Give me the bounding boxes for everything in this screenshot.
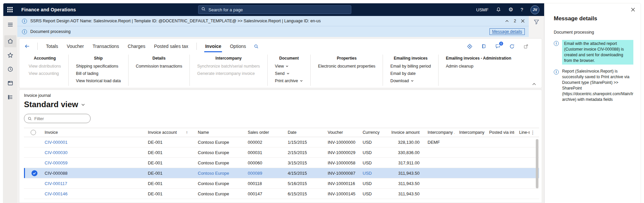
column-header-currency[interactable]: Currency (358, 130, 385, 135)
ribbon-group-intercompany: IntercompanySynchronize batch/serial num… (190, 55, 267, 86)
date-cell: 1/15/2015 (283, 137, 323, 147)
left-navigation-rail (3, 16, 17, 203)
ribbon-item-email-by-date[interactable]: Email by date (390, 71, 431, 76)
ribbon-item-send[interactable]: Send (275, 71, 303, 76)
column-header-intercompany-[interactable]: Intercompany ... (455, 130, 484, 135)
ribbon-group-ship: ShipShipping specificationsBill of ladin… (69, 55, 129, 86)
column-header-posted-via-inte-[interactable]: Posted via inte... (484, 130, 514, 135)
ribbon-item-admin-cleanup[interactable]: Admin cleanup (446, 64, 511, 69)
ribbon-item-email-by-billing-period[interactable]: Email by billing period (390, 64, 431, 69)
back-arrow-icon[interactable] (24, 43, 30, 49)
ribbon-group-title: Ship (76, 56, 121, 61)
ribbon-item-view-historical-load-data[interactable]: View historical load data (76, 79, 121, 83)
sidebar-item-modules-icon[interactable] (4, 91, 16, 103)
ribbon-item-download[interactable]: Download (390, 79, 431, 83)
search-input[interactable] (208, 7, 348, 12)
table-row[interactable]: CIV-000001DE-001Contoso Europe0000021/15… (24, 137, 539, 147)
name-cell: Contoso Europe (193, 137, 243, 147)
ribbon-item-electronic-document-properties[interactable]: Electronic document properties (318, 64, 375, 69)
global-search[interactable] (198, 5, 351, 14)
view-selector[interactable]: Standard view (24, 98, 85, 111)
power-apps-icon[interactable] (467, 44, 473, 49)
chevron-down-icon (81, 102, 85, 107)
column-header-line-specific-[interactable]: Line-specific ... (514, 130, 530, 135)
tab-posted-sales-tax[interactable]: Posted sales tax (150, 39, 193, 54)
column-header-invoice[interactable]: Invoice (40, 130, 143, 135)
ribbon-item-commission-transactions[interactable]: Commission transactions (136, 64, 182, 69)
invoice-link: CIV-000146 (40, 189, 143, 199)
settings-gear-icon[interactable]: ⚙ (508, 7, 513, 12)
column-header-invoice-amount[interactable]: Invoice amount (385, 130, 423, 135)
tab-voucher[interactable]: Voucher (63, 39, 88, 54)
collapse-action-pane-chevron-icon[interactable] (532, 82, 536, 87)
help-icon[interactable]: ? (520, 7, 523, 12)
filter-funnel-icon[interactable] (533, 19, 539, 37)
ribbon-group-emailing-invoices-administration: Emailing invoices - AdministrationAdmin … (439, 55, 518, 86)
invoice-grid: InvoiceInvoice account↑NameSales orderDa… (24, 128, 539, 199)
table-row[interactable]: CIV-000030DE-001Contoso Europe0000312/15… (24, 147, 539, 158)
column-header-date[interactable]: Date (283, 130, 323, 135)
invoice-link: CIV-000001 (40, 137, 143, 147)
invoice-account-cell: DE-001 (143, 147, 193, 157)
table-row[interactable]: CIV-000146DE-001Contoso Europe0001476/15… (24, 189, 539, 199)
refresh-icon[interactable] (509, 44, 515, 49)
sidebar-item-recent-clock-icon[interactable] (4, 63, 16, 75)
tab-charges[interactable]: Charges (124, 39, 150, 54)
table-row[interactable]: CIV-000117DE-001Contoso Europe0001185/16… (24, 178, 539, 189)
name-cell: Contoso Europe (193, 168, 243, 178)
company-selector[interactable]: USMF (476, 7, 488, 12)
action-pane: TotalsVoucherTransactionsChargesPosted s… (19, 38, 542, 88)
message-item: iReport (SalesInvoice.Report) is success… (554, 69, 633, 102)
notifications-bell-icon[interactable] (496, 7, 501, 12)
hamburger-menu-icon[interactable] (4, 19, 16, 31)
tab-transactions[interactable]: Transactions (88, 39, 124, 54)
panel-subtitle: Document processing (554, 30, 633, 35)
ribbon-group-title: Accounting (29, 56, 61, 61)
sidebar-item-home[interactable] (4, 35, 16, 47)
view-name: Standard view (24, 100, 78, 109)
app-launcher-icon[interactable] (3, 3, 17, 16)
close-panel-icon[interactable] (631, 7, 635, 12)
ribbon-item-print-archive[interactable]: Print archive (275, 79, 303, 83)
voucher-cell: INV-10000058 (323, 158, 358, 168)
column-header-invoice-account[interactable]: Invoice account↑ (143, 130, 193, 135)
office-app-icon[interactable] (481, 44, 486, 49)
actions-search-icon[interactable] (254, 44, 259, 49)
column-header-intercompany-[interactable]: Intercompany ... (423, 130, 455, 135)
collapse-banner-chevron-icon[interactable] (505, 19, 509, 23)
invoice-amount-cell: 311,943.50 (385, 178, 423, 188)
invoice-link: CIV-000059 (40, 158, 143, 168)
tab-options[interactable]: Options (225, 39, 250, 54)
table-row[interactable]: CIV-000088DE-001Contoso Europe0000894/15… (24, 168, 539, 178)
vertical-scrollbar[interactable] (536, 139, 538, 188)
sidebar-item-workspaces-icon[interactable] (4, 77, 16, 89)
ribbon-item-view[interactable]: View (275, 64, 303, 69)
ribbon-item-shipping-specifications[interactable]: Shipping specifications (76, 64, 121, 69)
tab-totals[interactable]: Totals (42, 39, 63, 54)
grid-filter[interactable] (24, 114, 91, 123)
close-banner-icon[interactable] (521, 19, 525, 23)
column-header-sales-order[interactable]: Sales order (243, 130, 283, 135)
invoice-account-cell: DE-001 (143, 137, 193, 147)
column-header-name[interactable]: Name (193, 130, 243, 135)
sort-ascending-icon: ↑ (186, 130, 193, 135)
row-selected-check-icon[interactable] (31, 170, 38, 176)
ribbon-item-bill-of-lading[interactable]: Bill of lading (76, 71, 121, 76)
column-options-icon[interactable]: ⋮ (530, 130, 535, 135)
select-all-checkbox[interactable] (31, 130, 36, 135)
message-details-link[interactable]: Message details (489, 28, 525, 35)
sidebar-item-favorites-star-icon[interactable] (4, 49, 16, 61)
message-count-badge: 0 (498, 41, 504, 46)
date-cell: 5/16/2015 (283, 178, 323, 188)
ribbon-item-synchronize-batch-serial-numbers: Synchronize batch/serial numbers (197, 64, 260, 69)
avatar[interactable]: JV (530, 5, 539, 14)
message-details-panel: Message details Document processing iEma… (544, 3, 641, 203)
tab-invoice[interactable]: Invoice (201, 39, 225, 54)
table-row[interactable]: CIV-000059DE-001Contoso Europe0000603/15… (24, 158, 539, 168)
message-center-icon[interactable]: 0 (495, 44, 500, 49)
filter-input[interactable] (34, 116, 87, 121)
open-in-new-window-icon[interactable] (523, 44, 528, 49)
column-header-voucher[interactable]: Voucher (323, 130, 358, 135)
info-icon: i (22, 19, 27, 24)
page-caption: Invoice journal (24, 93, 539, 98)
